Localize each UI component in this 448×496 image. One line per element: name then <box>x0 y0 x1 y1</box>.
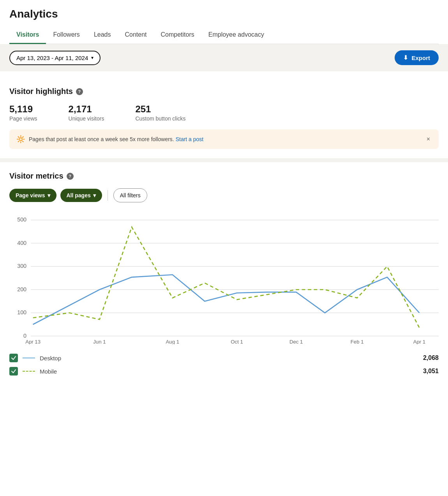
desktop-legend-label: Desktop <box>40 355 418 361</box>
desktop-legend-value: 2,068 <box>423 354 439 361</box>
tab-competitors[interactable]: Competitors <box>154 27 201 44</box>
highlight-custom-clicks: 251 Custom button clicks <box>135 104 185 122</box>
tabs-bar: Visitors Followers Leads Content Competi… <box>9 27 439 44</box>
info-banner-text: Pages that post at least once a week see… <box>29 136 203 142</box>
page-views-chevron-icon: ▾ <box>48 192 50 198</box>
info-banner-content: 🔆 Pages that post at least once a week s… <box>16 135 203 143</box>
svg-text:Apr 13: Apr 13 <box>25 339 41 344</box>
svg-text:Aug 1: Aug 1 <box>166 339 180 344</box>
metrics-filters: Page views ▾ All pages ▾ All filters <box>9 188 439 202</box>
svg-text:Oct 1: Oct 1 <box>231 339 243 344</box>
legend-desktop: Desktop 2,068 <box>9 354 439 362</box>
mobile-legend-value: 3,051 <box>423 368 439 375</box>
svg-text:400: 400 <box>17 240 26 246</box>
chevron-down-icon: ▾ <box>91 55 93 60</box>
tab-leads[interactable]: Leads <box>87 27 118 44</box>
custom-clicks-label: Custom button clicks <box>135 115 185 122</box>
tab-content[interactable]: Content <box>118 27 153 44</box>
info-banner: 🔆 Pages that post at least once a week s… <box>9 129 439 149</box>
svg-text:0: 0 <box>23 333 26 339</box>
all-filters-label: All filters <box>120 192 141 198</box>
visitors-chart: 500 400 300 200 100 0 Apr 13 Jun 1 Aug 1… <box>9 212 439 344</box>
page-views-filter-label: Page views <box>16 192 45 198</box>
all-filters-button[interactable]: All filters <box>113 188 147 202</box>
visitor-metrics-help-icon[interactable]: ? <box>67 173 74 180</box>
highlights-grid: 5,119 Page views 2,171 Unique visitors 2… <box>9 104 439 122</box>
svg-text:100: 100 <box>17 310 26 316</box>
svg-text:500: 500 <box>17 217 26 223</box>
page-views-label: Page views <box>9 115 37 122</box>
tab-followers[interactable]: Followers <box>46 27 86 44</box>
close-banner-button[interactable]: × <box>425 136 432 143</box>
unique-visitors-value: 2,171 <box>69 104 104 115</box>
download-icon: ⬇ <box>403 54 408 61</box>
date-range-label: Apr 13, 2023 - Apr 11, 2024 <box>16 55 88 61</box>
desktop-line-indicator <box>23 358 35 358</box>
tab-employee-advocacy[interactable]: Employee advocacy <box>201 27 271 44</box>
mobile-line-indicator <box>23 371 35 372</box>
unique-visitors-label: Unique visitors <box>69 115 104 122</box>
visitor-highlights-help-icon[interactable]: ? <box>76 88 83 95</box>
desktop-checkbox[interactable] <box>9 354 18 362</box>
filter-bar: Apr 13, 2023 - Apr 11, 2024 ▾ ⬇ Export <box>0 44 448 71</box>
tab-visitors[interactable]: Visitors <box>9 27 46 44</box>
lightbulb-icon: 🔆 <box>16 135 25 143</box>
visitor-metrics-section: Visitor metrics ? Page views ▾ All pages… <box>0 162 448 388</box>
highlight-page-views: 5,119 Page views <box>9 104 37 122</box>
section-divider <box>0 158 448 162</box>
visitor-highlights-section: Visitor highlights ? 5,119 Page views 2,… <box>0 78 448 158</box>
svg-text:300: 300 <box>17 263 26 269</box>
svg-text:Jun 1: Jun 1 <box>93 339 106 344</box>
svg-text:200: 200 <box>17 286 26 292</box>
chart-area: 500 400 300 200 100 0 Apr 13 Jun 1 Aug 1… <box>9 212 439 344</box>
visitor-metrics-title: Visitor metrics <box>9 172 63 181</box>
visitor-highlights-title: Visitor highlights <box>9 87 73 96</box>
svg-text:Feb 1: Feb 1 <box>351 339 364 344</box>
date-range-picker[interactable]: Apr 13, 2023 - Apr 11, 2024 ▾ <box>9 51 101 65</box>
mobile-legend-label: Mobile <box>40 368 418 375</box>
start-a-post-link[interactable]: Start a post <box>176 136 204 142</box>
all-pages-filter-label: All pages <box>67 192 91 198</box>
svg-text:Dec 1: Dec 1 <box>289 339 303 344</box>
chart-legend: Desktop 2,068 Mobile 3,051 <box>9 354 439 376</box>
all-pages-chevron-icon: ▾ <box>93 192 96 198</box>
svg-text:Apr 1: Apr 1 <box>413 339 426 344</box>
custom-clicks-value: 251 <box>135 104 185 115</box>
legend-mobile: Mobile 3,051 <box>9 367 439 376</box>
filter-separator <box>108 190 108 201</box>
mobile-checkbox[interactable] <box>9 367 18 376</box>
all-pages-filter-button[interactable]: All pages ▾ <box>60 189 102 202</box>
page-views-filter-button[interactable]: Page views ▾ <box>9 189 56 202</box>
page-views-value: 5,119 <box>9 104 37 115</box>
page-title: Analytics <box>9 8 439 20</box>
export-label: Export <box>411 55 430 61</box>
export-button[interactable]: ⬇ Export <box>395 50 439 65</box>
highlight-unique-visitors: 2,171 Unique visitors <box>69 104 104 122</box>
